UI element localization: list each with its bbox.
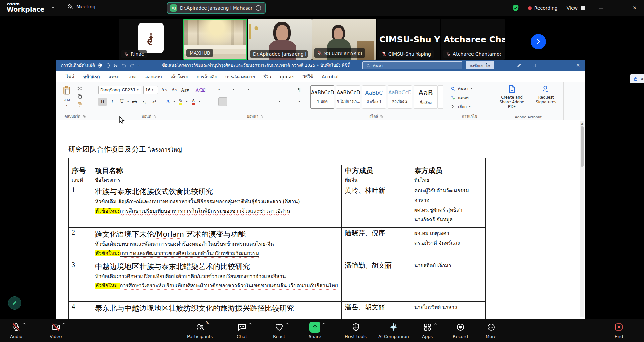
caret-up-icon[interactable] (62, 322, 66, 326)
format-painter-icon[interactable] (77, 102, 82, 107)
create-share-pdf-button[interactable]: Create and Share Adobe PDF (496, 84, 527, 109)
bullets-button[interactable] (207, 85, 216, 94)
tab-Acrobat[interactable]: Acrobat (317, 72, 343, 82)
participant-tile[interactable]: Dr.Apiradee Jansaeng I M... (248, 19, 312, 60)
tab-ไฟล์[interactable]: ไฟล์ (62, 71, 79, 83)
word-minimize-button[interactable]: — (541, 60, 556, 71)
find-button[interactable]: ค้นหา▾ (451, 85, 472, 92)
font-size-select[interactable]: 16▾ (143, 86, 158, 94)
toolbar-apps[interactable]: Apps (422, 321, 433, 339)
grow-font-button[interactable]: A˄ (160, 86, 168, 94)
align-left-button[interactable] (207, 97, 216, 106)
tab-meeting[interactable]: Meeting (67, 3, 95, 10)
select-button[interactable]: เลือก▾ (451, 103, 472, 110)
toolbar-end[interactable]: End (614, 321, 623, 339)
caret-up-icon[interactable] (22, 322, 26, 326)
caret-up-icon[interactable] (322, 322, 326, 326)
request-signatures-button[interactable]: Request Signatures (531, 84, 561, 109)
tab-การส่งจดหมาย[interactable]: การส่งจดหมาย (221, 71, 259, 83)
toolbar-share[interactable]: Share (309, 321, 321, 339)
line-spacing-button[interactable] (268, 97, 277, 106)
dialog-launcher-icon[interactable] (380, 115, 383, 118)
strikethrough-button[interactable]: ab (130, 98, 139, 106)
search-box[interactable]: ค้นหา (362, 61, 462, 69)
increase-indent-button[interactable] (267, 85, 276, 94)
toolbar-host-tools[interactable]: Host tools (345, 321, 367, 339)
style-card[interactable]: AaBbCcDd¶ ปกติ (310, 85, 334, 109)
caret-up-icon[interactable] (434, 322, 437, 326)
paste-button[interactable]: วาง ▾ (59, 85, 74, 110)
toolbar-ai-companion[interactable]: AI Companion (378, 321, 409, 339)
cut-icon[interactable] (77, 86, 82, 91)
tab-วาด[interactable]: วาด (124, 71, 141, 83)
autosave-toggle[interactable] (98, 63, 110, 68)
style-card[interactable]: AaBbCcDหัวเรื่อง 2 (388, 85, 412, 109)
decrease-indent-button[interactable] (256, 85, 265, 94)
highlight-button[interactable]: ✎ (176, 98, 185, 106)
toolbar-audio[interactable]: Audio (10, 321, 22, 339)
shrink-font-button[interactable]: A˅ (170, 86, 179, 94)
gallery-next-button[interactable] (531, 34, 546, 49)
align-right-button[interactable] (229, 97, 238, 106)
sort-button[interactable] (283, 85, 292, 94)
superscript-button[interactable]: x² (150, 98, 158, 106)
participant-tile[interactable]: ทม ม.มหาสารคาม (312, 19, 376, 60)
view-button[interactable]: View (567, 5, 586, 11)
chevron-down-icon[interactable] (51, 5, 55, 9)
close-button[interactable]: ✕ (630, 5, 639, 11)
italic-button[interactable]: I (108, 98, 116, 106)
tab-วิธีใช้[interactable]: วิธีใช้ (298, 71, 318, 83)
tab-รีวิว[interactable]: รีวิว (259, 71, 275, 83)
multilevel-list-button[interactable] (236, 85, 246, 94)
tab-การอ้างอิง[interactable]: การอ้างอิง (192, 71, 221, 83)
minimize-button[interactable]: — (596, 5, 606, 11)
tab-shared-document[interactable]: DJ Dr.Apiradee Jansaeng I Mahasara (167, 2, 266, 14)
tab-ออกแบบ[interactable]: ออกแบบ (141, 71, 166, 83)
tab-มุมมอง[interactable]: มุมมอง (275, 71, 298, 83)
document-scrollbar[interactable]: ▲ (580, 121, 584, 317)
copy-icon[interactable] (77, 94, 82, 99)
style-card[interactable]: AaBbCหัวเรื่อง 1 (362, 85, 386, 109)
tab-แทรก[interactable]: แทรก (104, 71, 124, 83)
participant-tile[interactable]: MAXHUB (183, 19, 247, 60)
toolbar-react[interactable]: React (273, 321, 285, 339)
ribbon-options-icon[interactable] (526, 60, 541, 71)
text-effects-button[interactable]: A (164, 98, 172, 106)
bold-button[interactable]: B (98, 98, 107, 106)
toolbar-video[interactable]: Video (50, 321, 62, 339)
align-center-button[interactable] (218, 97, 227, 106)
document-canvas[interactable]: 研究团队合作项目及分工 โครงการใหญ่ 序号เลขที่项目名称ชื่อ… (56, 120, 585, 319)
justify-button[interactable] (240, 97, 250, 106)
font-color-button[interactable]: A (189, 98, 198, 106)
tab-เค้าโครง[interactable]: เค้าโครง (166, 71, 192, 83)
share-button[interactable]: แชร์ ▾ (630, 74, 644, 83)
participant-tile[interactable]: CIMSU-Shu Yapi...CIMSU-Shu Yaping (377, 19, 440, 60)
restore-button[interactable] (613, 5, 623, 11)
style-card[interactable]: AaBชื่อเรื่อง (414, 85, 438, 109)
toolbar-participants[interactable]: 9Participants (187, 321, 213, 339)
word-restore-button[interactable] (556, 60, 571, 71)
shading-button[interactable] (287, 97, 297, 106)
caret-up-icon[interactable] (285, 322, 289, 326)
caret-up-icon[interactable] (248, 322, 252, 326)
participant-tile[interactable]: Atcharee Chant...Atcharee Chantamool (441, 19, 505, 60)
change-case-button[interactable]: Aa▾ (181, 86, 189, 94)
save-icon[interactable] (113, 63, 118, 68)
ellipsis-circle-icon[interactable] (255, 5, 262, 11)
numbering-button[interactable] (222, 85, 231, 94)
replace-button[interactable]: แทนที่ (451, 94, 472, 101)
toolbar-chat[interactable]: Chat (237, 321, 247, 339)
dialog-launcher-icon[interactable] (153, 115, 157, 118)
toolbar-record[interactable]: Record (453, 321, 468, 339)
scrollbar-thumb[interactable] (581, 126, 584, 167)
dialog-launcher-icon[interactable] (260, 115, 264, 118)
annotate-pencil-button[interactable] (8, 296, 21, 310)
dialog-launcher-icon[interactable] (83, 115, 86, 118)
subscript-button[interactable]: x₂ (140, 98, 149, 106)
undo-icon[interactable] (121, 63, 126, 68)
distributed-button[interactable] (252, 97, 261, 106)
caret-up-icon[interactable] (206, 322, 210, 326)
clear-formatting-button[interactable]: A⌫ (196, 86, 205, 94)
sign-in-button[interactable]: ลงชื่อเข้าใช้ (466, 61, 494, 69)
pen-icon[interactable] (512, 60, 526, 71)
